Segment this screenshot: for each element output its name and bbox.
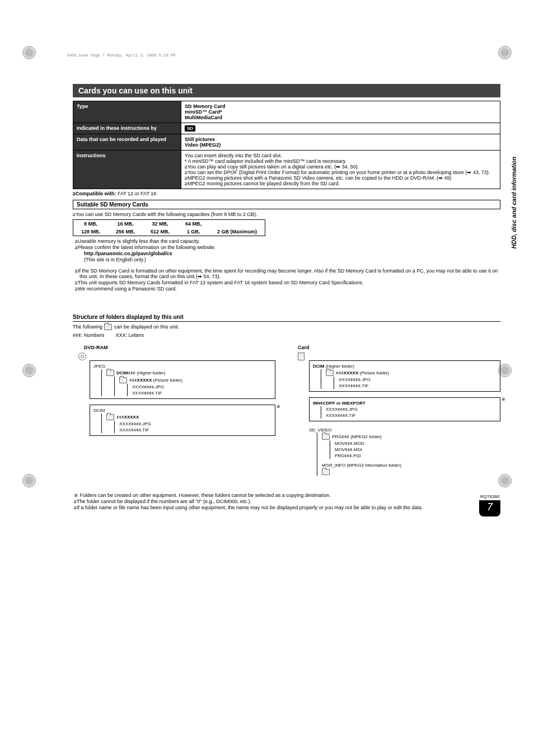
sd-badge-icon: SD: [185, 125, 195, 132]
page-content: EH65.book Page 7 Monday, April 3, 2006 5…: [0, 0, 534, 533]
legend: ¢¢¢: Numbers XXX: Letters: [73, 332, 500, 338]
note-mark: ※: [277, 404, 280, 409]
section-title: Cards you can use on this unit: [73, 84, 500, 97]
folder-icon: [106, 414, 114, 420]
compatible-line: ≥Compatible with: FAT 12 or FAT 16: [73, 191, 500, 196]
folder-icon: [326, 370, 334, 376]
structure-intro: The following can be displayed on this u…: [73, 324, 500, 330]
page-number-block: RQT8380 7: [479, 494, 500, 516]
folder-tree-box: ※ IM¢¢CDPF or IMEXPORT XXXX¢¢¢¢.JPG XXXX…: [309, 397, 500, 421]
folder-icon: [106, 370, 114, 376]
side-chapter-label: HDD, disc and card information: [510, 157, 517, 248]
spec-row-head: Instructions: [73, 151, 181, 189]
sd-video-tree: SD_VIDEO PRG¢¢¢ (MPEG2 folder) MOV¢¢¢.MO…: [309, 427, 500, 476]
spec-row-body: SD Memory Card miniSD™ Card* MultiMediaC…: [181, 101, 500, 123]
spec-row-body: Still pictures Video (MPEG2): [181, 134, 500, 151]
disc-icon: [78, 353, 86, 360]
book-tag: EH65.book Page 7 Monday, April 3, 2006 5…: [67, 53, 175, 58]
folder-tree-box: DCIM (Higher folder) ¢¢¢XXXXX (Picture f…: [309, 360, 500, 392]
spec-row-head: Indicated in these instructions by: [73, 123, 181, 134]
folder-tree-box: JPEG DCIM¢¢¢ (Higher folder) ¢¢¢XXXXX (P…: [90, 360, 275, 399]
capacity-table: 8 MB,16 MB,32 MB,64 MB, 128 MB,256 MB,51…: [73, 219, 265, 236]
note-mark: ※: [502, 397, 505, 402]
document-code: RQT8380: [479, 494, 500, 499]
bullet-list: ≥If the SD Memory Card is formatted on o…: [73, 268, 500, 292]
folder-icon: [104, 324, 112, 330]
spec-row-head: Data that can be recorded and played: [73, 134, 181, 151]
folder-tree-box: ※ DCIM ¢¢¢XXXXX XXXX¢¢¢¢.JPG XXXX¢¢¢¢.TI…: [90, 405, 275, 436]
folder-icon: [322, 434, 330, 440]
spec-row-head: Type: [73, 101, 181, 123]
structure-title: Structure of folders displayed by this u…: [73, 314, 500, 322]
spec-row-body: SD: [181, 123, 500, 134]
spec-table: Type SD Memory Card miniSD™ Card* MultiM…: [73, 101, 500, 189]
folder-icon: [119, 377, 127, 383]
card-column: Card DCIM (Higher folder) ¢¢¢XXXXX (Pict…: [298, 341, 500, 476]
suitable-intro: ≥You can use SD Memory Cards with the fo…: [73, 212, 500, 217]
spec-row-body: You can insert directly into the SD card…: [181, 151, 500, 189]
bullet-list: ≥Useable memory is slightly less than th…: [73, 238, 500, 262]
footer-notes: ※ Folders can be created on other equipm…: [73, 492, 500, 510]
page-number: 7: [479, 500, 500, 516]
card-icon: [298, 353, 305, 360]
subsection-title: Suitable SD Memory Cards: [73, 200, 500, 209]
dvd-ram-column: DVD-RAM JPEG DCIM¢¢¢ (Higher folder) ¢¢¢…: [73, 341, 275, 476]
folder-icon: [322, 469, 330, 475]
